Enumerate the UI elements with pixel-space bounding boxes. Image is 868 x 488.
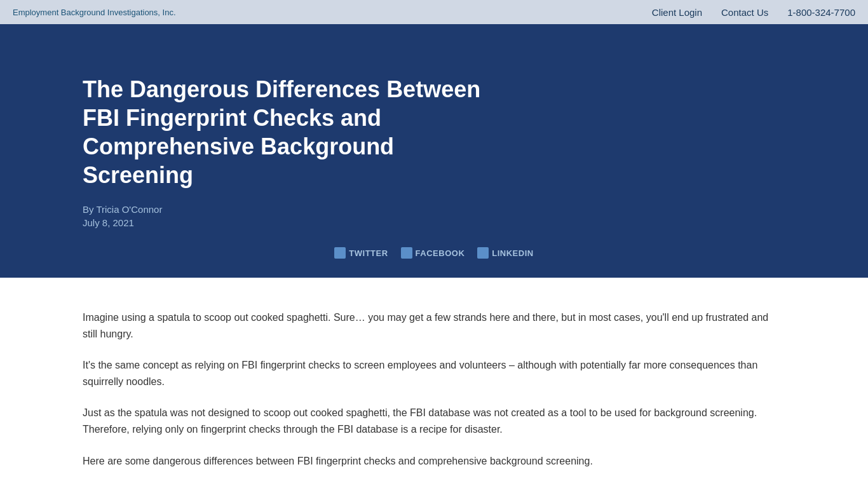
article-title: The Dangerous Differences Between FBI Fi…	[83, 75, 489, 189]
article-paragraph-3: Just as the spatula was not designed to …	[83, 405, 785, 437]
facebook-icon	[401, 247, 412, 259]
top-bar-right: Client Login Contact Us 1-800-324-7700	[652, 7, 855, 18]
contact-us-link[interactable]: Contact Us	[721, 7, 768, 18]
main-content: Imagine using a spatula to scoop out coo…	[0, 278, 868, 488]
linkedin-icon	[477, 247, 489, 259]
twitter-share-button[interactable]: TWITTER	[334, 247, 388, 259]
hero-content: The Dangerous Differences Between FBI Fi…	[0, 50, 572, 228]
twitter-label: TWITTER	[349, 248, 388, 258]
article-paragraph-4: Here are some dangerous differences betw…	[83, 453, 785, 470]
article-date: July 8, 2021	[83, 217, 489, 228]
logo-text: Employment Background Investigations, In…	[13, 8, 176, 17]
logo-link[interactable]: Employment Background Investigations, In…	[13, 6, 176, 18]
top-bar-left: Employment Background Investigations, In…	[13, 6, 176, 18]
article-paragraph-2: It's the same concept as relying on FBI …	[83, 357, 785, 390]
hero-section: The Dangerous Differences Between FBI Fi…	[0, 24, 868, 278]
linkedin-share-button[interactable]: LINKEDIN	[477, 247, 533, 259]
article-author: By Tricia O'Connor	[83, 202, 489, 217]
linkedin-label: LINKEDIN	[492, 248, 533, 258]
twitter-icon	[334, 247, 346, 259]
client-login-link[interactable]: Client Login	[652, 7, 702, 18]
article-paragraph-1: Imagine using a spatula to scoop out coo…	[83, 309, 785, 342]
top-bar: Employment Background Investigations, In…	[0, 0, 868, 24]
facebook-share-button[interactable]: FACEBOOK	[401, 247, 465, 259]
phone-number: 1-800-324-7700	[787, 7, 855, 18]
social-share-row: TWITTER FACEBOOK LINKEDIN	[0, 247, 868, 259]
facebook-label: FACEBOOK	[416, 248, 465, 258]
